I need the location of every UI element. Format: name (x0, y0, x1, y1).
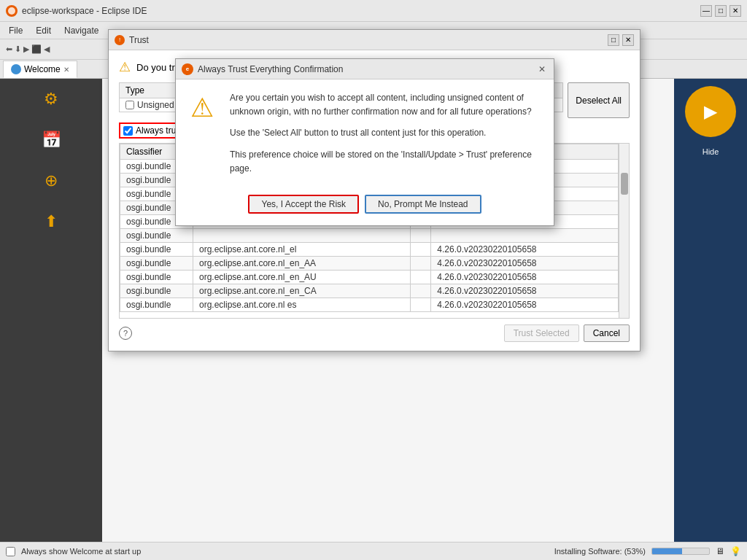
detail-id: org.eclipse.ant.core.nl es (193, 298, 411, 312)
menu-navigate[interactable]: Navigate (58, 24, 104, 37)
confirm-dialog-title-bar: e Always Trust Everything Confirmation ✕ (176, 59, 554, 79)
status-bar: Always show Welcome at start up Installi… (0, 542, 747, 560)
detail-row: osgi.bundle (120, 229, 619, 243)
detail-validity: 4.26.0.v20230220105658 (431, 284, 619, 298)
detail-validity (431, 229, 619, 243)
trust-maximize-button[interactable]: □ (608, 34, 619, 46)
confirm-body1: Are you certain you wish to accept all c… (230, 91, 539, 119)
confirm-close-button[interactable]: ✕ (536, 63, 548, 75)
always-show-checkbox[interactable] (6, 547, 15, 556)
detail-classifier: osgi.bundle (120, 298, 193, 312)
close-button[interactable]: ✕ (729, 5, 741, 17)
detail-id (193, 229, 411, 243)
detail-name (410, 298, 430, 312)
confirm-body3: This preference choice will be stored on… (230, 148, 539, 176)
detail-validity: 4.26.0.v20230220105658 (431, 298, 619, 312)
detail-validity: 4.26.0.v20230220105658 (431, 243, 619, 257)
no-prompt-button[interactable]: No, Prompt Me Instead (365, 195, 481, 214)
confirm-body2: Use the 'Select All' button to trust all… (230, 126, 539, 140)
detail-row: osgi.bundle org.eclipse.ant.core.nl_en_A… (120, 271, 619, 284)
right-panel: ▶ Hide (674, 79, 747, 542)
detail-name (410, 271, 430, 284)
detail-row: osgi.bundle org.eclipse.ant.core.nl_en_C… (120, 284, 619, 298)
sidebar-icon-calendar[interactable]: 📅 (38, 127, 64, 153)
detail-row: osgi.bundle org.eclipse.ant.core.nl es 4… (120, 298, 619, 312)
play-icon: ▶ (704, 101, 717, 122)
tab-welcome-label: Welcome (24, 64, 61, 74)
always-trust-checkbox[interactable] (123, 126, 133, 136)
left-sidebar: ⚙ 📅 ⊕ ⬆ (0, 79, 102, 542)
detail-validity: 4.26.0.v20230220105658 (431, 271, 619, 284)
always-show-label: Always show Welcome at start up (21, 547, 141, 556)
confirm-warning-icon: ⚠ (190, 93, 220, 176)
trust-dialog-icon: ! (115, 35, 125, 45)
detail-name (410, 243, 430, 257)
detail-classifier: osgi.bundle (120, 229, 193, 243)
details-scrollbar[interactable] (619, 144, 629, 318)
confirm-dialog: e Always Trust Everything Confirmation ✕… (175, 58, 554, 226)
trust-bottom-buttons: Trust Selected Cancel (504, 324, 630, 342)
trust-selected-button[interactable]: Trust Selected (504, 324, 579, 342)
maximize-button[interactable]: □ (715, 5, 727, 17)
sidebar-icon-add[interactable]: ⊕ (38, 168, 64, 194)
window-controls: — □ ✕ (700, 5, 741, 17)
detail-name (410, 257, 430, 271)
progress-bar-fill (652, 548, 682, 554)
trust-dialog-title-text: Trust (129, 35, 603, 45)
status-icon-monitor: 🖥 (716, 546, 724, 556)
tab-welcome[interactable]: Welcome ✕ (3, 61, 77, 78)
hide-label: Hide (703, 147, 719, 156)
confirm-dialog-footer: Yes, I Accept the Risk No, Prompt Me Ins… (176, 187, 554, 225)
detail-id: org.eclipse.ant.core.nl_en_AA (193, 257, 411, 271)
confirm-dialog-icon: e (182, 63, 193, 75)
detail-name (410, 284, 430, 298)
hide-button[interactable]: ▶ (685, 86, 736, 137)
menu-edit[interactable]: Edit (30, 24, 57, 37)
confirm-dialog-title-text: Always Trust Everything Confirmation (198, 64, 532, 74)
detail-id: org.eclipse.ant.core.nl_en_AU (193, 271, 411, 284)
detail-validity: 4.26.0.v20230220105658 (431, 257, 619, 271)
detail-classifier: osgi.bundle (120, 284, 193, 298)
menu-file[interactable]: File (3, 24, 28, 37)
scrollbar-thumb (621, 173, 628, 195)
status-text: Installing Software: (53%) (147, 547, 646, 556)
row-checkbox[interactable] (125, 101, 134, 109)
minimize-button[interactable]: — (700, 5, 712, 17)
title-bar: eclipse-workspace - Eclipse IDE — □ ✕ (0, 0, 747, 22)
confirm-dialog-body: ⚠ Are you certain you wish to accept all… (176, 79, 554, 187)
eclipse-icon (6, 5, 18, 17)
tab-close-icon[interactable]: ✕ (63, 66, 69, 74)
detail-classifier: osgi.bundle (120, 271, 193, 284)
trust-dialog-title-bar: ! Trust □ ✕ (109, 30, 640, 50)
help-icon[interactable]: ? (119, 327, 132, 340)
detail-row: osgi.bundle org.eclipse.ant.core.nl_en_A… (120, 257, 619, 271)
status-icon-bulb: 💡 (730, 546, 741, 556)
window-title: eclipse-workspace - Eclipse IDE (22, 6, 696, 16)
eclipse-window: eclipse-workspace - Eclipse IDE — □ ✕ Fi… (0, 0, 747, 560)
detail-classifier: osgi.bundle (120, 243, 193, 257)
detail-name (410, 229, 430, 243)
sidebar-icon-upload[interactable]: ⬆ (38, 209, 64, 235)
deselect-all-button[interactable]: Deselect All (568, 82, 630, 118)
detail-id: org.eclipse.ant.core.nl_el (193, 243, 411, 257)
confirm-text-block: Are you certain you wish to accept all c… (230, 91, 539, 176)
warning-icon: ⚠ (119, 59, 131, 75)
progress-bar (651, 548, 710, 555)
trust-bottom-row: ? Trust Selected Cancel (119, 324, 630, 342)
detail-id: org.eclipse.ant.core.nl_en_CA (193, 284, 411, 298)
trust-close-button[interactable]: ✕ (622, 34, 634, 46)
trust-dialog-controls: □ ✕ (608, 34, 634, 46)
yes-accept-button[interactable]: Yes, I Accept the Risk (248, 195, 359, 214)
detail-classifier: osgi.bundle (120, 257, 193, 271)
sidebar-icon-gear[interactable]: ⚙ (38, 86, 64, 112)
detail-row: osgi.bundle org.eclipse.ant.core.nl_el 4… (120, 243, 619, 257)
cancel-button[interactable]: Cancel (584, 324, 630, 342)
svg-point-0 (8, 7, 15, 15)
